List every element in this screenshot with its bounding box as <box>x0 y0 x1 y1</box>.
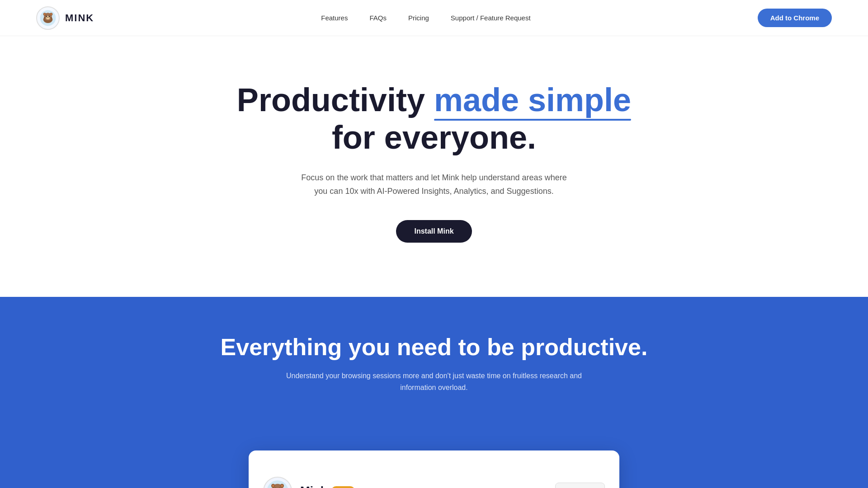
add-to-chrome-button[interactable]: Add to Chrome <box>758 9 832 27</box>
browser-card-right: ↪ Log Out <box>555 483 605 488</box>
navbar-links: Features FAQs Pricing Support / Feature … <box>321 14 530 22</box>
svg-point-4 <box>46 15 47 17</box>
nav-support[interactable]: Support / Feature Request <box>451 14 531 22</box>
mink-name-text: Mink <box>300 484 327 488</box>
navbar: MINK Features FAQs Pricing Support / Fea… <box>0 0 868 36</box>
log-out-button[interactable]: ↪ Log Out <box>555 483 605 488</box>
svg-point-29 <box>281 484 283 487</box>
hero-title: Productivity made simple for everyone. <box>237 81 631 156</box>
svg-point-8 <box>47 17 48 18</box>
hero-title-part1: Productivity <box>237 82 434 118</box>
hero-title-highlight: made simple <box>434 81 631 119</box>
nav-pricing[interactable]: Pricing <box>408 14 429 22</box>
beta-badge: Beta <box>331 486 355 488</box>
browser-card-left: Mink Beta <box>263 477 355 488</box>
blue-section-title: Everything you need to be productive. <box>221 333 648 361</box>
blue-section: Everything you need to be productive. Un… <box>0 297 868 488</box>
mink-name-row: Mink Beta <box>300 484 355 488</box>
mink-avatar <box>263 477 292 488</box>
install-mink-button[interactable]: Install Mink <box>396 220 472 243</box>
blue-section-subtitle: Understand your browsing sessions more a… <box>271 370 597 393</box>
logo-icon <box>36 6 60 30</box>
nav-faqs[interactable]: FAQs <box>369 14 387 22</box>
svg-point-6 <box>47 16 47 16</box>
svg-point-11 <box>44 13 46 15</box>
mink-title-area: Mink Beta <box>300 484 355 488</box>
svg-point-7 <box>49 16 50 16</box>
nav-features[interactable]: Features <box>321 14 348 22</box>
hero-title-part2: for everyone. <box>332 119 536 155</box>
svg-point-12 <box>50 13 52 15</box>
browser-card: Mink Beta ↪ Log Out <box>249 450 619 488</box>
hero-section: Productivity made simple for everyone. F… <box>0 36 868 297</box>
brand-name: MINK <box>65 12 94 24</box>
hero-subtitle: Focus on the work that matters and let M… <box>298 171 570 198</box>
navbar-brand-area: MINK <box>36 6 94 30</box>
svg-point-28 <box>272 484 274 487</box>
svg-point-5 <box>49 15 50 17</box>
